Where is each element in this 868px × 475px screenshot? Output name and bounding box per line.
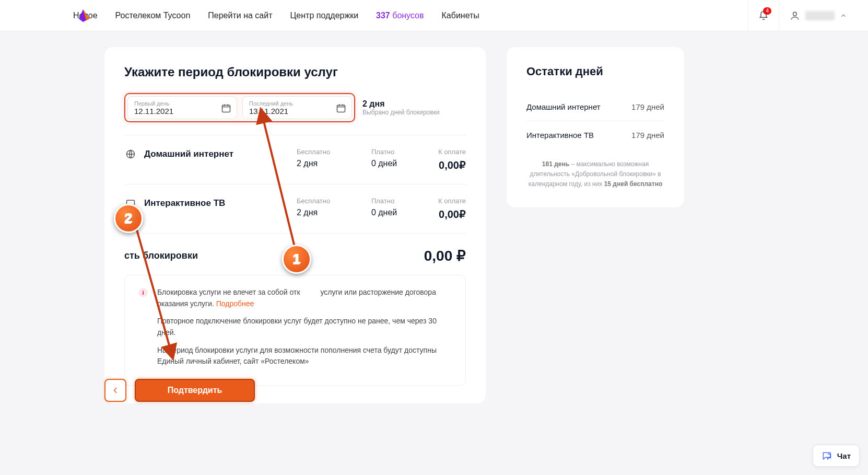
chat-widget[interactable]: Чат xyxy=(813,445,860,467)
notifications-badge: 4 xyxy=(763,7,771,15)
topbar: Новое Ростелеком Tycoon Перейти на сайт … xyxy=(0,0,868,31)
days-chosen-caption: Выбрано дней блокировки xyxy=(362,109,440,116)
bonus-label: бонусов xyxy=(392,11,424,20)
user-icon xyxy=(790,10,800,21)
side-heading: Остатки дней xyxy=(526,65,664,78)
main-nav: Новое Ростелеком Tycoon Перейти на сайт … xyxy=(73,11,479,20)
side-note-c: 15 дней бесплатно xyxy=(604,180,663,188)
bonus-count: 337 xyxy=(376,11,390,20)
col-val: 0,00₽ xyxy=(438,208,466,221)
annotation-marker-1: 1 xyxy=(282,245,311,274)
nav-bonus[interactable]: 337 бонусов xyxy=(376,11,424,20)
col-hdr: Платно xyxy=(371,148,397,156)
col-hdr: Платно xyxy=(371,197,397,205)
days-chosen-value: 2 дня xyxy=(362,99,440,109)
card-heading: Укажите период блокировки услуг xyxy=(124,65,466,79)
notifications-button[interactable]: 4 xyxy=(748,0,779,31)
col-hdr: К оплате xyxy=(438,197,466,205)
logo[interactable] xyxy=(76,8,90,23)
chevron-left-icon xyxy=(110,385,121,396)
remain-name: Домашний интернет xyxy=(526,102,601,111)
remain-row: Интерактивное ТВ 179 дней xyxy=(526,121,664,149)
chevron-up-icon xyxy=(840,12,847,19)
svg-line-6 xyxy=(137,230,171,353)
side-note: 181 день – максимально возможная длитель… xyxy=(526,159,664,190)
days-remaining-card: Остатки дней Домашний интернет 179 дней … xyxy=(507,47,684,207)
confirm-button[interactable]: Подтвердить xyxy=(135,379,255,402)
total-amount: 0,00 ₽ xyxy=(424,247,466,264)
col-val: 0 дней xyxy=(371,208,397,217)
nav-support[interactable]: Центр поддержки xyxy=(290,11,359,20)
col-hdr: К оплате xyxy=(438,148,466,156)
nav-cabinets[interactable]: Кабинеты xyxy=(442,11,479,20)
col-val: 0,00₽ xyxy=(438,159,466,171)
nav-tycoon[interactable]: Ростелеком Tycoon xyxy=(115,11,191,20)
svg-rect-2 xyxy=(337,105,345,112)
remain-row: Домашний интернет 179 дней xyxy=(526,93,664,121)
svg-point-0 xyxy=(793,12,797,16)
chat-icon xyxy=(822,450,832,461)
remain-days: 179 дней xyxy=(631,102,664,111)
chat-label: Чат xyxy=(837,451,851,460)
side-note-a: 181 день xyxy=(542,160,569,168)
annotation-marker-2: 2 xyxy=(114,204,143,233)
profile-menu[interactable] xyxy=(779,0,858,31)
calendar-icon xyxy=(336,103,346,115)
remain-days: 179 дней xyxy=(631,131,664,140)
col-val: 0 дней xyxy=(371,159,397,168)
days-chosen: 2 дня Выбрано дней блокировки xyxy=(362,99,440,116)
back-button[interactable] xyxy=(104,379,126,402)
username xyxy=(805,11,835,20)
nav-site[interactable]: Перейти на сайт xyxy=(208,11,272,20)
annotation-arrow-2 xyxy=(104,209,313,376)
remain-name: Интерактивное ТВ xyxy=(526,131,594,140)
